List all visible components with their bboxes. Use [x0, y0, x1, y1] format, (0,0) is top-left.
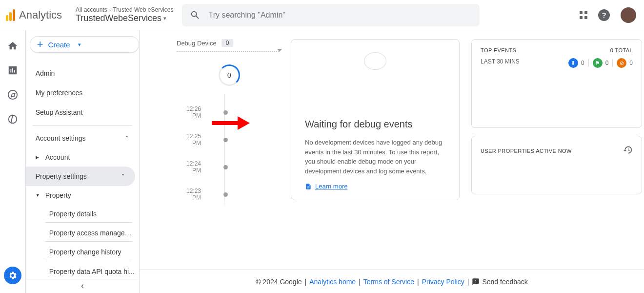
chevron-up-icon: ⌃: [121, 173, 125, 180]
search-input[interactable]: [208, 11, 472, 20]
property-name[interactable]: TrustedWebeServices ▾: [76, 13, 173, 23]
sidebar-item-property-api-quota[interactable]: Property data API quota hi...: [26, 262, 139, 279]
analytics-logo-icon: [6, 9, 15, 21]
debug-device-label: Debug Device: [177, 40, 217, 47]
waiting-title: Waiting for debug events: [305, 119, 445, 130]
waiting-text: No development devices have logged any d…: [305, 138, 445, 176]
chevron-right-icon: ›: [109, 7, 111, 13]
debug-timeline-panel: Debug Device 0 0 12:26 PM 12:25 PM 12:24…: [177, 39, 279, 208]
user-properties-card: USER PROPERTIES ACTIVE NOW: [471, 136, 642, 194]
app-header: Analytics All accounts › Trusted Web eSe…: [0, 0, 644, 30]
caret-down-icon: ▾: [78, 42, 81, 48]
page-footer: © 2024 Google | Analytics home | Terms o…: [140, 270, 644, 293]
event-count-ring: 0: [219, 64, 240, 86]
debug-device-count: 0: [221, 39, 234, 47]
footer-link-analytics-home[interactable]: Analytics home: [309, 278, 356, 286]
top-events-title: TOP EVENTS: [481, 47, 516, 53]
sidebar-item-property-details[interactable]: Property details: [26, 205, 139, 221]
nav-my-preferences[interactable]: My preferences: [26, 83, 139, 103]
home-icon[interactable]: [7, 40, 19, 52]
product-name: Analytics: [19, 9, 62, 21]
top-events-total: 0 TOTAL: [610, 47, 633, 53]
property-settings-header[interactable]: Property settings ⌃: [26, 167, 135, 186]
apps-icon[interactable]: [580, 11, 587, 19]
chevron-up-icon: ⌃: [124, 135, 129, 142]
timeline-tick: 12:26 PM: [177, 99, 279, 126]
nav-setup-assistant[interactable]: Setup Assistant: [26, 103, 139, 122]
event-count-blue: 0: [581, 60, 584, 66]
product-logo[interactable]: Analytics: [6, 9, 62, 21]
feedback-icon: [472, 278, 480, 286]
breadcrumb: All accounts › Trusted Web eServices: [76, 6, 173, 13]
header-actions: ?: [580, 7, 636, 23]
plus-icon: +: [37, 39, 43, 50]
triangle-down-icon: ▼: [36, 193, 40, 198]
event-counters: ⬇ 0 ⚑ 0 ⊘ 0: [568, 58, 633, 68]
footer-link-privacy[interactable]: Privacy Policy: [422, 278, 464, 286]
caret-down-icon: ▾: [163, 15, 166, 21]
triangle-right-icon: ▶: [36, 155, 40, 160]
nav-admin[interactable]: Admin: [26, 63, 139, 83]
timeline: 12:26 PM 12:25 PM 12:24 PM 12:23 PM: [177, 94, 279, 208]
create-button[interactable]: + Create ▾: [30, 36, 139, 53]
right-panel: TOP EVENTS 0 TOTAL LAST 30 MINS ⬇ 0 ⚑ 0 …: [471, 39, 642, 208]
help-icon[interactable]: ?: [598, 9, 610, 21]
reports-icon[interactable]: [7, 64, 19, 76]
sidebar-item-account[interactable]: ▶ Account: [26, 148, 139, 167]
send-feedback-button[interactable]: Send feedback: [472, 278, 527, 286]
event-type-green-icon: ⚑: [593, 58, 603, 68]
admin-gear-button[interactable]: [4, 267, 21, 284]
collapse-sidebar-button[interactable]: [26, 279, 139, 293]
document-icon: [305, 183, 312, 190]
top-events-subtitle: LAST 30 MINS: [481, 58, 520, 68]
search-icon: [190, 10, 201, 21]
avatar[interactable]: [621, 7, 636, 23]
history-icon[interactable]: [623, 145, 633, 156]
user-properties-title: USER PROPERTIES ACTIVE NOW: [481, 148, 572, 154]
event-type-blue-icon: ⬇: [568, 58, 578, 68]
learn-more-link[interactable]: Learn more: [305, 183, 445, 190]
event-type-orange-icon: ⊘: [617, 58, 626, 68]
device-dropdown[interactable]: [177, 51, 279, 52]
account-settings-header[interactable]: Account settings ⌃: [26, 128, 139, 148]
breadcrumb-account: Trusted Web eServices: [113, 6, 173, 13]
timeline-tick: 12:24 PM: [177, 153, 279, 181]
admin-sidebar: + Create ▾ Admin My preferences Setup As…: [26, 30, 140, 293]
advertising-icon[interactable]: [7, 113, 19, 125]
nav-rail: [0, 30, 26, 293]
property-picker[interactable]: All accounts › Trusted Web eServices Tru…: [76, 6, 173, 23]
account-settings-label: Account settings: [36, 134, 86, 142]
event-count-orange: 0: [629, 60, 633, 66]
property-settings-label: Property settings: [36, 172, 87, 180]
sidebar-item-property[interactable]: ▼ Property: [26, 186, 139, 205]
main-content: Debug Device 0 0 12:26 PM 12:25 PM 12:24…: [140, 30, 644, 293]
create-label: Create: [48, 41, 70, 49]
event-count-green: 0: [605, 60, 609, 66]
top-events-card: TOP EVENTS 0 TOTAL LAST 30 MINS ⬇ 0 ⚑ 0 …: [471, 39, 642, 128]
breadcrumb-root: All accounts: [76, 6, 107, 13]
copyright-text: © 2024 Google: [256, 278, 302, 286]
placeholder-circle-icon: [364, 52, 386, 70]
sidebar-item-property-change-history[interactable]: Property change history: [26, 243, 139, 259]
timeline-tick: 12:25 PM: [177, 126, 279, 153]
waiting-card: Waiting for debug events No development …: [291, 39, 460, 200]
footer-link-terms[interactable]: Terms of Service: [363, 278, 414, 286]
search-bar[interactable]: [182, 4, 480, 26]
explore-icon[interactable]: [7, 89, 19, 101]
sidebar-item-property-access[interactable]: Property access managem...: [26, 224, 139, 240]
chevron-left-icon: [79, 282, 86, 290]
